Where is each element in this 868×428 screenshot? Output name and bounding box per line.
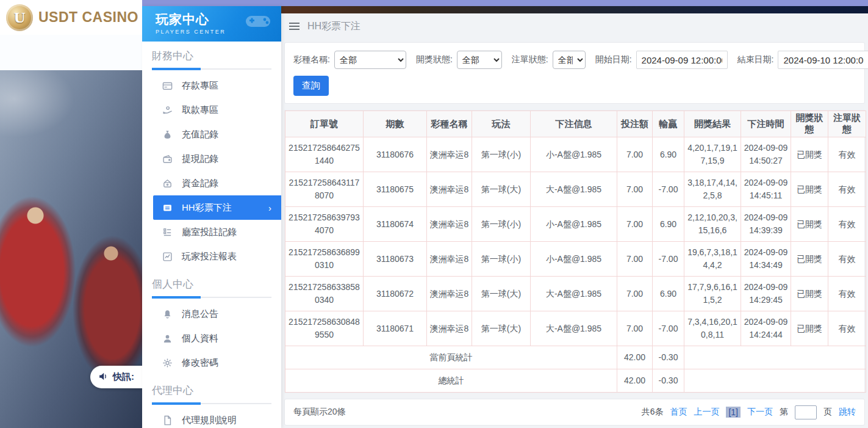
cell-play-type: 第一球(小): [472, 207, 531, 242]
brand-name[interactable]: USDT CASINO: [38, 9, 138, 26]
sidebar-item-label: 消息公告: [182, 308, 218, 320]
document-icon: [162, 415, 173, 426]
summary-winloss-total: -0.30: [653, 346, 684, 369]
sidebar-item-change-password[interactable]: 修改密碼: [142, 350, 281, 375]
jump-page-input[interactable]: [795, 405, 817, 419]
table-header-row: 訂單號 期數 彩種名稱 玩法 下注信息 投注額 輸贏 開獎結果 下注時間 開獎狀…: [285, 111, 866, 137]
cell-period: 31180674: [364, 207, 427, 242]
cell-order-id: 2152172586368990310: [285, 242, 364, 277]
header-bet-amount: 投注額: [617, 111, 653, 137]
header-order-id: 訂單號: [285, 111, 364, 137]
table-row: 2152172586397934070 31180674 澳洲幸运8 第一球(小…: [285, 207, 866, 242]
end-date-label: 結束日期:: [737, 54, 774, 65]
top-purple-strip: [142, 0, 868, 6]
sidebar-item-withdrawal-records[interactable]: 提現記錄: [142, 147, 281, 171]
cell-lottery-name: 澳洲幸运8: [427, 277, 472, 311]
sidebar-item-funds-records[interactable]: 資金記錄: [142, 171, 281, 195]
sidebar: 玩家中心 PLAYERS CENTER 財務中心 存款專區 取款專區 充值記錄 …: [142, 6, 281, 428]
hand-money-icon: [162, 105, 173, 115]
end-date-input[interactable]: [778, 51, 868, 69]
sidebar-item-hh-lottery-bets[interactable]: HH彩票下注 ›: [153, 195, 281, 220]
page-size-text: 每頁顯示20條: [293, 407, 346, 418]
news-ticker-pill[interactable]: 快訊:: [90, 366, 142, 388]
hamburger-menu-icon[interactable]: [289, 23, 299, 30]
lottery-name-select[interactable]: 全部: [334, 51, 406, 69]
cell-draw-status: 已開獎: [791, 242, 828, 277]
draw-status-select[interactable]: 全部: [457, 51, 502, 69]
jump-go-link[interactable]: 跳转: [839, 407, 856, 418]
table-row: 2152172586462751440 31180676 澳洲幸运8 第一球(小…: [285, 137, 866, 172]
start-date-input[interactable]: [636, 51, 728, 69]
cell-bet-info: 大-A盤@1.985: [531, 172, 617, 207]
sidebar-item-profile[interactable]: 個人資料: [142, 326, 281, 350]
sidebar-item-label: 個人資料: [182, 333, 218, 344]
search-button[interactable]: 查詢: [293, 76, 329, 96]
cell-bet-time: 2024-09-09 14:34:49: [741, 242, 791, 277]
cell-bet-info: 大-A盤@1.985: [531, 277, 617, 311]
cell-period: 31180673: [364, 242, 427, 277]
sidebar-item-withdraw-zone[interactable]: 取款專區: [142, 98, 281, 122]
cell-order-id: 2152172586431178070: [285, 172, 364, 207]
casino-logo-icon[interactable]: U: [6, 4, 33, 31]
sidebar-item-hall-bet-records[interactable]: 廳室投註記錄: [142, 220, 281, 244]
finance-menu: 存款專區 取款專區 充值記錄 提現記錄 資金記錄 HH彩票下注 ›: [142, 70, 281, 270]
sidebar-item-label: 提現記錄: [182, 153, 218, 165]
order-status-label: 注單狀態:: [512, 54, 548, 65]
table-row: 2152172586368990310 31180673 澳洲幸运8 第一球(小…: [285, 242, 866, 277]
pagination-bar: 每頁顯示20條 共6条 首页 上一页 [1] 下一页 第 页 跳转: [284, 399, 865, 426]
cell-draw-status: 已開獎: [791, 277, 828, 311]
cell-draw-status: 已開獎: [791, 137, 828, 172]
section-title-finance: 財務中心: [152, 49, 271, 68]
wallet-icon: [162, 154, 173, 164]
pagination-controls: 共6条 首页 上一页 [1] 下一页 第 页 跳转: [642, 405, 856, 419]
sidebar-item-player-bet-report[interactable]: 玩家投注報表: [142, 244, 281, 269]
cell-bet-info: 小-A盤@1.985: [531, 207, 617, 242]
sidebar-item-deposit-zone[interactable]: 存款專區: [142, 73, 281, 98]
header-draw-status: 開獎狀態: [791, 111, 828, 137]
table-row: 2152172586338580340 31180672 澳洲幸运8 第一球(大…: [285, 277, 866, 311]
cell-draw-result: 2,12,10,20,3,15,16,6: [684, 207, 741, 242]
cell-bet-amount: 7.00: [617, 137, 653, 172]
cell-bet-amount: 7.00: [617, 207, 653, 242]
lottery-name-label: 彩種名稱:: [293, 54, 330, 65]
sidebar-item-label: 存款專區: [182, 80, 218, 92]
ticket-list-icon: [162, 203, 173, 213]
ticker-label: 快訊:: [113, 371, 134, 383]
jump-prefix-label: 第: [780, 407, 788, 418]
coin-purse-icon: [162, 178, 173, 189]
cell-lottery-name: 澳洲幸运8: [427, 207, 472, 242]
header-bet-info: 下注信息: [531, 111, 617, 137]
cell-win-loss: -7.00: [653, 311, 684, 346]
cell-lottery-name: 澳洲幸运8: [427, 242, 472, 277]
cell-bet-info: 小-A盤@1.985: [531, 137, 617, 172]
next-page-link[interactable]: 下一页: [747, 407, 773, 418]
header-lottery-name: 彩種名稱: [427, 111, 472, 137]
section-title-agent: 代理中心: [152, 383, 271, 403]
summary-winloss-total: -0.30: [653, 369, 684, 393]
header-play-type: 玩法: [472, 111, 531, 137]
section-title-personal: 個人中心: [152, 277, 271, 297]
bets-table-panel: 訂單號 期數 彩種名稱 玩法 下注信息 投注額 輸贏 開獎結果 下注時間 開獎狀…: [284, 110, 865, 393]
cell-play-type: 第一球(大): [472, 277, 531, 311]
sidebar-item-recharge-records[interactable]: 充值記錄: [142, 122, 281, 147]
main-content: HH彩票下注 彩種名稱: 全部 開獎狀態: 全部 注單狀態: 全部 開始日期: …: [281, 13, 868, 428]
sidebar-item-label: 資金記錄: [182, 178, 218, 189]
cell-order-id: 2152172586397934070: [285, 207, 364, 242]
cell-order-status: 有效: [828, 137, 866, 172]
sidebar-item-agent-rules[interactable]: 代理規則說明: [142, 408, 281, 428]
summary-bet-total: 42.00: [617, 369, 653, 393]
prev-page-link[interactable]: 上一页: [694, 407, 719, 418]
cell-win-loss: 6.90: [653, 137, 684, 172]
cell-play-type: 第一球(大): [472, 311, 531, 346]
order-status-select[interactable]: 全部: [553, 51, 586, 69]
sidebar-item-label: 修改密碼: [182, 357, 218, 369]
cell-order-id: 2152172586308489550: [285, 311, 364, 346]
cell-draw-status: 已開獎: [791, 311, 828, 346]
first-page-link[interactable]: 首页: [670, 407, 687, 418]
gamepad-icon: [245, 12, 271, 33]
cell-win-loss: 6.90: [653, 207, 684, 242]
cell-draw-result: 4,20,1,7,19,17,15,9: [684, 137, 741, 172]
table-row: 2152172586431178070 31180675 澳洲幸运8 第一球(大…: [285, 172, 866, 207]
cell-win-loss: -7.00: [653, 242, 684, 277]
sidebar-item-announcements[interactable]: 消息公告: [142, 302, 281, 326]
